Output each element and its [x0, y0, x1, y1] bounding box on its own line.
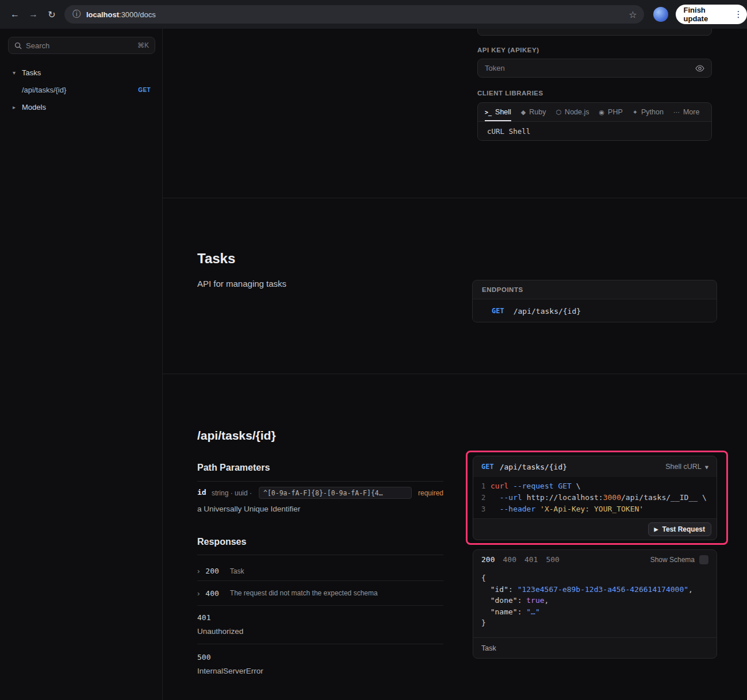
tag-title: Tasks: [197, 251, 235, 267]
shell-icon: >_: [485, 109, 492, 116]
forward-icon: →: [29, 9, 38, 20]
show-schema-label: Show Schema: [650, 556, 695, 564]
site-info-icon[interactable]: ⓘ: [72, 9, 81, 20]
ruby-icon: ◆: [521, 109, 526, 116]
endpoints-header: ENDPOINTS: [473, 280, 717, 299]
finish-update-button[interactable]: Finish update ⋮: [676, 5, 747, 24]
response-tab-200[interactable]: 200: [481, 555, 495, 564]
row-chevron-icon: ›: [197, 567, 200, 575]
response-tab-500[interactable]: 500: [546, 555, 559, 564]
section-underline: [197, 555, 443, 555]
forward-button[interactable]: →: [24, 5, 43, 24]
sidebar-item-endpoint[interactable]: /api/tasks/{id} GET: [8, 83, 155, 97]
more-icon: ⋯: [673, 109, 680, 116]
url-path: :3000/docs: [119, 10, 156, 19]
response-tab-401[interactable]: 401: [524, 555, 538, 564]
path-parameters-heading: Path Parameters: [197, 463, 270, 473]
response-row-500[interactable]: 500 InternalServerError: [197, 644, 443, 684]
test-request-button[interactable]: ▶ Test Request: [648, 522, 711, 536]
tab-nodejs[interactable]: ⬡ Node.js: [556, 103, 589, 121]
client-libraries-panel: >_ Shell ◆ Ruby ⬡ Node.js ◉ PHP ✦ Python…: [477, 102, 712, 141]
tab-more[interactable]: ⋯ More: [673, 103, 699, 121]
line-number: 1: [473, 480, 491, 492]
endpoints-panel: ENDPOINTS GET /api/tasks/{id}: [472, 280, 717, 322]
chevron-right-icon: ▸: [13, 104, 22, 110]
server-input-partial[interactable]: [477, 29, 712, 36]
request-example-footer: ▶ Test Request: [473, 518, 717, 539]
client-libraries-tabs: >_ Shell ◆ Ruby ⬡ Node.js ◉ PHP ✦ Python…: [478, 103, 711, 122]
address-bar[interactable]: ⓘ localhost:3000/docs ☆: [64, 5, 644, 24]
sidebar: ⌘K ▾ Tasks /api/tasks/{id} GET ▸ Models: [0, 29, 163, 700]
code-line: 2 --url http://localhost:3000/api/tasks/…: [473, 492, 717, 503]
response-row-200[interactable]: › 200 Task: [197, 561, 443, 581]
section-underline: [197, 481, 443, 482]
sidebar-group-label: Models: [22, 103, 46, 111]
response-description: Unauthorized: [197, 627, 443, 636]
response-row-400[interactable]: › 400 The request did not match the expe…: [197, 581, 443, 606]
endpoint-path: /api/tasks/{id}: [514, 307, 581, 316]
code-text: --url http://localhost:3000/api/tasks/__…: [491, 492, 707, 503]
token-input[interactable]: [485, 64, 691, 72]
response-tab-400[interactable]: 400: [503, 555, 516, 564]
profile-avatar[interactable]: [653, 7, 668, 22]
code-line: 1 curl --request GET \: [473, 480, 717, 492]
reload-icon: ↻: [48, 9, 55, 20]
request-path: /api/tasks/{id}: [500, 463, 567, 471]
back-button[interactable]: ←: [6, 5, 24, 24]
eye-icon: [695, 65, 704, 72]
tab-label: Python: [641, 108, 664, 116]
line-number: 3: [473, 503, 491, 515]
nodejs-icon: ⬡: [556, 109, 562, 116]
client-selector[interactable]: Shell cURL ▾: [665, 463, 708, 471]
search-box[interactable]: ⌘K: [8, 37, 155, 54]
show-token-button[interactable]: [695, 65, 704, 72]
selected-client-row[interactable]: cURL Shell: [478, 122, 711, 141]
show-schema-toggle[interactable]: Show Schema: [650, 555, 708, 564]
sidebar-group-models[interactable]: ▸ Models: [8, 100, 155, 114]
response-description: Task: [230, 567, 244, 575]
response-code: 500: [197, 653, 443, 661]
json-line: "done": true,: [481, 595, 708, 606]
endpoint-method: GET: [492, 307, 504, 315]
tab-label: Node.js: [565, 108, 589, 116]
response-tabs: 200 400 401 500 Show Schema: [473, 550, 717, 569]
param-type-meta: string · uuid ·: [212, 489, 252, 497]
python-icon: ✦: [633, 109, 638, 116]
show-schema-checkbox[interactable]: [699, 555, 708, 564]
token-input-wrap[interactable]: [477, 59, 712, 78]
tab-php[interactable]: ◉ PHP: [599, 103, 623, 121]
endpoint-link[interactable]: GET /api/tasks/{id}: [473, 299, 717, 322]
operation-title: /api/tasks/{id}: [197, 429, 276, 443]
response-code: 400: [205, 589, 219, 598]
search-input[interactable]: [26, 41, 133, 50]
back-icon: ←: [10, 9, 20, 20]
browser-toolbar: ← → ↻ ⓘ localhost:3000/docs ☆ Finish upd…: [0, 0, 747, 29]
response-code: 200: [205, 567, 219, 575]
response-description: The request did not match the expected s…: [230, 589, 378, 597]
url-text: localhost:3000/docs: [86, 9, 156, 20]
schema-footer[interactable]: Task: [473, 637, 717, 658]
response-row-401[interactable]: 401 Unauthorized: [197, 606, 443, 644]
client-selector-label: Shell cURL: [665, 463, 702, 471]
json-line: "name": "…": [481, 606, 708, 618]
tab-label: Shell: [495, 108, 511, 116]
search-shortcut: ⌘K: [137, 41, 149, 49]
tab-ruby[interactable]: ◆ Ruby: [521, 103, 546, 121]
param-description: a Universally Unique Identifier: [197, 505, 300, 513]
response-json-block: { "id": "123e4567-e89b-12d3-a456-4266141…: [473, 569, 717, 632]
responses-heading: Responses: [197, 537, 246, 547]
param-pattern-chip: ^[0-9a-fA-F]{8}-[0-9a-fA-F]{4…: [259, 487, 412, 499]
response-example-panel: 200 400 401 500 Show Schema { "id": "123…: [473, 549, 717, 659]
tab-label: PHP: [608, 108, 623, 116]
reload-button[interactable]: ↻: [43, 5, 61, 24]
browser-menu-kebab-icon[interactable]: ⋮: [732, 9, 745, 20]
tab-python[interactable]: ✦ Python: [633, 103, 664, 121]
sidebar-group-tasks[interactable]: ▾ Tasks: [8, 66, 155, 79]
selected-client-label: cURL Shell: [487, 127, 530, 136]
param-name: id: [197, 488, 206, 497]
sidebar-item-label: /api/tasks/{id}: [22, 86, 66, 94]
request-code-block: 1 curl --request GET \ 2 --url http://lo…: [473, 477, 717, 518]
tab-shell[interactable]: >_ Shell: [485, 103, 511, 121]
tab-label: More: [683, 108, 699, 116]
bookmark-star-icon[interactable]: ☆: [629, 9, 637, 20]
